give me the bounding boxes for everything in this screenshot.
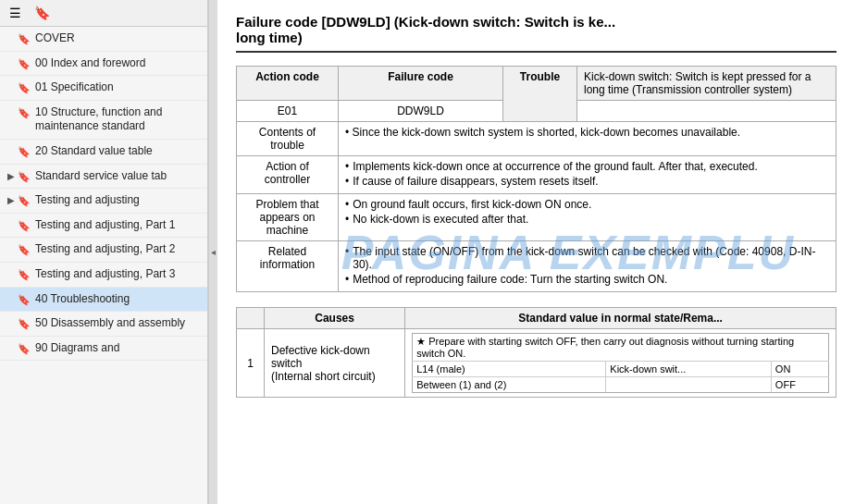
causes-table: Causes Standard value in normal state/Re… bbox=[236, 307, 836, 398]
failure-info-table: Action code Failure code Trouble Kick-do… bbox=[236, 66, 836, 292]
failure-row-content: •The input state (ON/OFF) from the kick-… bbox=[339, 241, 836, 292]
menu-icon[interactable]: ☰ bbox=[6, 4, 25, 22]
sidebar-item-50-disassembly[interactable]: ▶🔖50 Disassembly and assembly bbox=[0, 312, 207, 337]
sidebar-item-label: Testing and adjusting, Part 1 bbox=[35, 218, 175, 233]
sidebar-item-testing-adj[interactable]: ▶🔖Testing and adjusting bbox=[0, 189, 207, 214]
action-code-header: Action code bbox=[237, 67, 339, 101]
bookmark-icon: 🔖 bbox=[18, 106, 31, 119]
sidebar-item-10-structure[interactable]: ▶🔖10 Structure, function and maintenance… bbox=[0, 101, 207, 140]
main-content: Failure code [DDW9LD] (Kick-down switch:… bbox=[217, 0, 855, 504]
failure-code-header: Failure code bbox=[339, 67, 503, 101]
trouble-desc-header: Kick-down switch: Switch is kept pressed… bbox=[577, 67, 836, 101]
causes-label-header: Causes bbox=[265, 308, 405, 329]
expand-icon: ▶ bbox=[7, 170, 15, 182]
collapse-handle[interactable]: ◂ bbox=[208, 0, 217, 504]
failure-row-action-of-controller: Action of controller•Implements kick-dow… bbox=[237, 156, 836, 194]
sidebar-item-00-index[interactable]: ▶🔖00 Index and foreword bbox=[0, 52, 207, 77]
trouble-desc-empty bbox=[577, 101, 836, 122]
sidebar-item-label: Testing and adjusting bbox=[35, 193, 140, 208]
sidebar-item-testing-adj-2[interactable]: ▶🔖Testing and adjusting, Part 2 bbox=[0, 238, 207, 263]
failure-code-value: DDW9LD bbox=[339, 101, 503, 122]
bookmark-icon: 🔖 bbox=[18, 32, 31, 45]
failure-row-content: •On ground fault occurs, first kick-down… bbox=[339, 194, 836, 241]
bookmark-icon: 🔖 bbox=[18, 57, 31, 70]
sidebar-item-20-standard[interactable]: ▶🔖20 Standard value table bbox=[0, 140, 207, 165]
sidebar-item-40-troubleshoot[interactable]: ▶🔖40 Troubleshooting bbox=[0, 288, 207, 313]
bookmark-icon: 🔖 bbox=[18, 342, 31, 355]
sidebar-item-label: 01 Specification bbox=[35, 80, 114, 95]
sidebar-item-label: 50 Disassembly and assembly bbox=[35, 316, 185, 331]
sidebar-item-cover[interactable]: ▶🔖COVER bbox=[0, 27, 207, 52]
bookmark-icon: 🔖 bbox=[18, 145, 31, 158]
bookmark-icon: 🔖 bbox=[18, 170, 31, 183]
sidebar: ☰ 🔖 ▶🔖COVER▶🔖00 Index and foreword▶🔖01 S… bbox=[0, 0, 208, 504]
sidebar-item-90-diagrams[interactable]: ▶🔖90 Diagrams and bbox=[0, 337, 207, 362]
sidebar-item-label: 90 Diagrams and bbox=[35, 341, 119, 356]
sidebar-item-label: Standard service value tab bbox=[35, 169, 167, 184]
failure-row-content: • Since the kick-down switch system is s… bbox=[339, 122, 836, 156]
bookmark-icon: 🔖 bbox=[18, 81, 31, 94]
sidebar-item-label: COVER bbox=[35, 31, 75, 46]
bookmark-icon: 🔖 bbox=[18, 317, 31, 330]
sidebar-toolbar: ☰ 🔖 bbox=[0, 0, 207, 27]
bookmark-icon: 🔖 bbox=[18, 219, 31, 232]
sidebar-nav: ▶🔖COVER▶🔖00 Index and foreword▶🔖01 Speci… bbox=[0, 27, 207, 504]
page-title: Failure code [DDW9LD] (Kick-down switch:… bbox=[236, 14, 836, 53]
sidebar-item-label: 00 Index and foreword bbox=[35, 56, 145, 71]
failure-row-label: Problem that appears on machine bbox=[237, 194, 339, 241]
causes-std: ★ Prepare with starting switch OFF, then… bbox=[405, 329, 836, 398]
causes-num-header bbox=[237, 308, 265, 329]
sidebar-item-std-service[interactable]: ▶🔖Standard service value tab bbox=[0, 165, 207, 190]
sidebar-item-testing-adj-1[interactable]: ▶🔖Testing and adjusting, Part 1 bbox=[0, 214, 207, 239]
bookmark-toolbar-icon[interactable]: 🔖 bbox=[31, 4, 54, 22]
sidebar-item-testing-adj-3[interactable]: ▶🔖Testing and adjusting, Part 3 bbox=[0, 263, 207, 288]
failure-row-contents-of-trouble: Contents of trouble• Since the kick-down… bbox=[237, 122, 836, 156]
failure-row-label: Related information bbox=[237, 241, 339, 292]
sidebar-item-01-spec[interactable]: ▶🔖01 Specification bbox=[0, 76, 207, 101]
failure-row-content: •Implements kick-down once at occurrence… bbox=[339, 156, 836, 194]
action-code-value: E01 bbox=[237, 101, 339, 122]
failure-row-label: Contents of trouble bbox=[237, 122, 339, 156]
sidebar-item-label: Testing and adjusting, Part 3 bbox=[35, 267, 175, 282]
failure-row-related-information: Related information•The input state (ON/… bbox=[237, 241, 836, 292]
bookmark-icon: 🔖 bbox=[18, 194, 31, 207]
causes-num: 1 bbox=[237, 329, 265, 398]
bookmark-icon: 🔖 bbox=[18, 293, 31, 306]
trouble-header: Trouble bbox=[503, 67, 577, 122]
failure-row-label: Action of controller bbox=[237, 156, 339, 194]
sidebar-item-label: Testing and adjusting, Part 2 bbox=[35, 242, 175, 257]
causes-std-header: Standard value in normal state/Rema... bbox=[405, 308, 836, 329]
expand-icon: ▶ bbox=[7, 194, 15, 206]
failure-row-problem-that-appears-on-machine: Problem that appears on machine•On groun… bbox=[237, 194, 836, 241]
bookmark-icon: 🔖 bbox=[18, 243, 31, 256]
causes-desc: Defective kick-down switch(Internal shor… bbox=[265, 329, 405, 398]
sidebar-item-label: 10 Structure, function and maintenance s… bbox=[35, 105, 200, 134]
bookmark-icon: 🔖 bbox=[18, 268, 31, 281]
sidebar-item-label: 20 Standard value table bbox=[35, 144, 153, 159]
causes-row-1: 1 Defective kick-down switch(Internal sh… bbox=[237, 329, 836, 398]
sidebar-item-label: 40 Troubleshooting bbox=[35, 292, 130, 307]
